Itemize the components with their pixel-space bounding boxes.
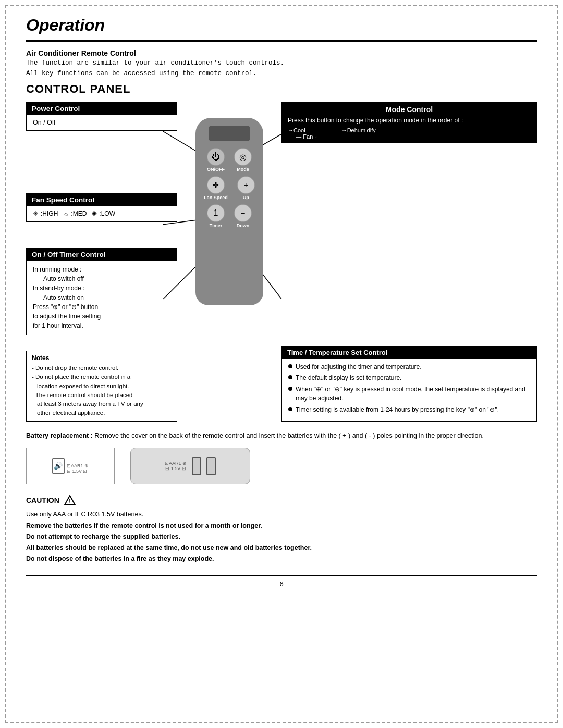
power-control-header: Power Control bbox=[27, 103, 177, 115]
battery-compartment-img: 🔊 ⊡AAR1 ⊕ ⊟ 1.5V ⊡ bbox=[26, 448, 115, 484]
remote-body: ⏻ ON/OFF ◎ Mode ✤ bbox=[195, 118, 263, 305]
note-4: at least 3 meters away from a TV or any bbox=[32, 400, 172, 409]
caution-label: CAUTION bbox=[26, 496, 59, 504]
device-cell-2 bbox=[206, 457, 216, 475]
mode-icon: ◎ bbox=[239, 152, 247, 162]
fan-high-icon: ☀ bbox=[33, 210, 39, 217]
caution-text: Use only AAA or IEC R03 1.5V batteries. … bbox=[26, 509, 537, 564]
bullet-dot-3 bbox=[288, 407, 292, 411]
mode-cycle: →Cool ——————→Dehumidify— — Fan ← bbox=[288, 127, 531, 140]
notes-box: Notes - Do not drop the remote control. … bbox=[26, 351, 177, 422]
up-icon: + bbox=[244, 181, 248, 189]
caution-line-2: Do not attempt to recharge the supplied … bbox=[26, 532, 537, 542]
power-control-body: On / Off bbox=[27, 115, 177, 130]
timer-circle[interactable]: 1 bbox=[207, 204, 225, 222]
up-circle[interactable]: + bbox=[237, 176, 255, 194]
fan-icon: ✤ bbox=[213, 181, 219, 189]
device-battery-label: ⊡AAR1 ⊕ ⊟ 1.5V ⊡ bbox=[165, 461, 187, 471]
page-title: Operation bbox=[26, 16, 537, 35]
bullet-text-3: Timer setting is available from 1-24 hou… bbox=[296, 405, 499, 414]
battery-section: Battery replacement : Remove the cover o… bbox=[26, 431, 537, 441]
fan-high-label: :HIGH bbox=[41, 210, 58, 217]
note-0: - Do not drop the remote control. bbox=[32, 364, 172, 373]
left-column: Power Control On / Off Fan Speed Control… bbox=[26, 102, 177, 422]
fan-speed-box: Fan Speed Control ☀ :HIGH ☼ :MED ✺ :LOW bbox=[26, 193, 177, 222]
down-btn[interactable]: − Down bbox=[234, 204, 252, 228]
bullet-dot-0 bbox=[288, 364, 292, 368]
bullet-1: The default display is set temperature. bbox=[288, 374, 530, 382]
caution-title: CAUTION ! bbox=[26, 495, 537, 506]
fan-med-label: :MED bbox=[71, 210, 87, 217]
battery-unit-1: ⊡AAR1 ⊕ ⊟ 1.5V ⊡ bbox=[67, 463, 89, 474]
down-label: Down bbox=[237, 223, 250, 228]
mode-control-box: Mode Control Press this button to change… bbox=[282, 102, 537, 143]
down-circle[interactable]: − bbox=[234, 204, 252, 222]
speaker-icon: 🔊 bbox=[52, 458, 65, 474]
mode-flow-line1: →Cool ——————→Dehumidify— bbox=[288, 127, 531, 133]
fan-circle[interactable]: ✤ bbox=[207, 176, 225, 194]
caution-line-1: Remove the batteries if the remote contr… bbox=[26, 521, 537, 532]
remote-display bbox=[209, 126, 250, 141]
remote-row-2: ✤ Fan Speed + Up bbox=[204, 176, 255, 200]
fan-label: Fan Speed bbox=[204, 195, 228, 200]
onoff-icon: ⏻ bbox=[212, 152, 220, 162]
up-btn[interactable]: + Up bbox=[237, 176, 255, 200]
fan-low-icon: ✺ bbox=[92, 210, 97, 217]
timer-btn[interactable]: 1 Timer bbox=[207, 204, 225, 228]
notes-title: Notes bbox=[32, 354, 172, 362]
battery-images: 🔊 ⊡AAR1 ⊕ ⊟ 1.5V ⊡ ⊡AAR1 ⊕ ⊟ 1.5V ⊡ bbox=[26, 448, 537, 484]
onoff-btn[interactable]: ⏻ ON/OFF bbox=[207, 148, 225, 172]
note-1: - Do not place the remote control in a bbox=[32, 373, 172, 381]
caution-line-4: Do not dispose of the batteries in a fir… bbox=[26, 553, 537, 564]
mode-btn-remote[interactable]: ◎ Mode bbox=[234, 148, 252, 172]
intro-line1: The function are similar to your air con… bbox=[26, 59, 537, 67]
down-icon: − bbox=[241, 209, 245, 217]
timer-body: In running mode : Auto switch off In sta… bbox=[27, 261, 177, 335]
fan-speed-header: Fan Speed Control bbox=[27, 194, 177, 206]
fan-low-label: :LOW bbox=[99, 210, 115, 217]
onoff-circle[interactable]: ⏻ bbox=[207, 148, 225, 166]
timer-line-6: for 1 hour interval. bbox=[33, 321, 170, 330]
power-control-box: Power Control On / Off bbox=[26, 102, 177, 131]
title-divider bbox=[26, 40, 537, 42]
fan-med-icon: ☼ bbox=[63, 210, 69, 217]
battery-text-bold: Battery replacement : bbox=[26, 432, 93, 439]
timer-line-0: In running mode : bbox=[33, 265, 170, 274]
timer-line-4: Press "⊕" or "⊖" button bbox=[33, 302, 170, 312]
bullet-text-1: The default display is set temperature. bbox=[296, 374, 401, 382]
intro-line2: All key functions can be accessed using … bbox=[26, 70, 537, 77]
fan-icons-row: ☀ :HIGH ☼ :MED ✺ :LOW bbox=[33, 210, 170, 217]
time-temp-body: Used for adjusting the timer and tempera… bbox=[282, 359, 536, 421]
caution-line-3: All batteries should be replaced at the … bbox=[26, 542, 537, 553]
fan-speed-body: ☀ :HIGH ☼ :MED ✺ :LOW bbox=[27, 206, 177, 221]
page-number: 6 bbox=[26, 575, 537, 588]
caution-triangle-icon: ! bbox=[64, 495, 76, 506]
note-3: - The remote control should be placed bbox=[32, 391, 172, 400]
device-cell-1 bbox=[192, 457, 201, 475]
timer-line-5: to adjust the time setting bbox=[33, 312, 170, 321]
onoff-label: ON/OFF bbox=[207, 167, 225, 172]
bullet-text-0: Used for adjusting the timer and tempera… bbox=[296, 363, 421, 372]
timer-icon: 1 bbox=[214, 208, 218, 218]
mode-control-title: Mode Control bbox=[288, 105, 531, 114]
caution-section: CAUTION ! Use only AAA or IEC R03 1.5V b… bbox=[26, 495, 537, 564]
time-temp-box: Time / Temperature Set Control Used for … bbox=[282, 346, 537, 422]
bullet-2: When "⊕" or "⊖" key is pressed in cool m… bbox=[288, 385, 530, 403]
timer-line-1: Auto switch off bbox=[33, 274, 170, 283]
battery-text: Remove the cover on the back of the remo… bbox=[94, 432, 484, 439]
battery-label-AAA: ⊡AAR1 ⊕ ⊟ 1.5V ⊡ bbox=[67, 463, 89, 474]
right-column: Mode Control Press this button to change… bbox=[282, 102, 537, 422]
notes-content: - Do not drop the remote control. - Do n… bbox=[32, 364, 172, 418]
battery-cells-row: 🔊 ⊡AAR1 ⊕ ⊟ 1.5V ⊡ bbox=[52, 458, 89, 474]
mode-flow-line2: — Fan ← bbox=[288, 133, 531, 140]
bullet-0: Used for adjusting the timer and tempera… bbox=[288, 363, 530, 372]
remote-row-1: ⏻ ON/OFF ◎ Mode bbox=[207, 148, 252, 172]
timer-line-2: In stand-by mode : bbox=[33, 283, 170, 293]
bullet-text-2: When "⊕" or "⊖" key is pressed in cool m… bbox=[296, 385, 530, 403]
mode-circle[interactable]: ◎ bbox=[234, 148, 252, 166]
fan-btn[interactable]: ✤ Fan Speed bbox=[204, 176, 228, 200]
bullet-dot-1 bbox=[288, 375, 292, 379]
power-control-text: On / Off bbox=[33, 119, 56, 126]
remote-illustration: ⏻ ON/OFF ◎ Mode ✤ bbox=[177, 102, 282, 422]
bullet-3: Timer setting is available from 1-24 hou… bbox=[288, 405, 530, 414]
